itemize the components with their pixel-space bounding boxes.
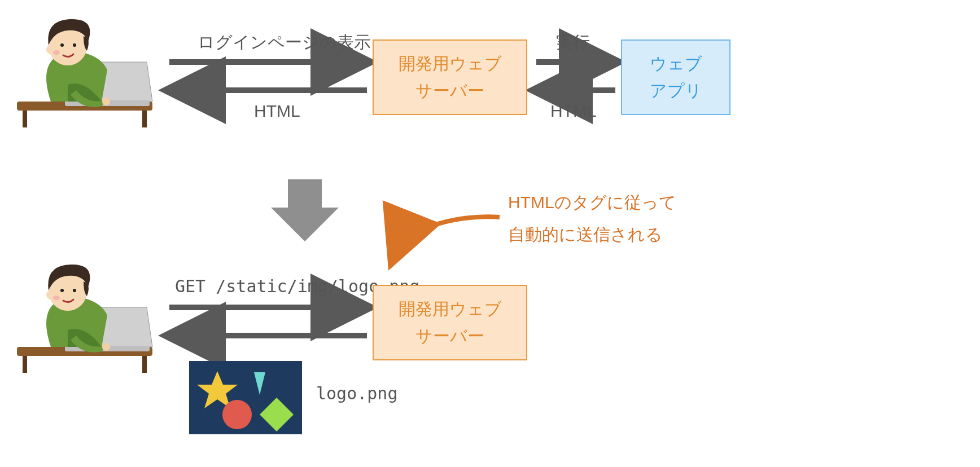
request-label: ログインページの表示	[198, 31, 371, 54]
svg-point-11	[49, 27, 87, 65]
dev-web-server-box: 開発用ウェブ サーバー	[373, 39, 527, 115]
svg-rect-7	[23, 111, 27, 127]
svg-rect-9	[65, 100, 150, 106]
dev-web-server-box-2: 開発用ウェブ サーバー	[373, 285, 527, 360]
svg-point-15	[53, 50, 60, 55]
svg-rect-18	[142, 356, 147, 373]
svg-point-25	[53, 296, 60, 300]
svg-rect-19	[65, 346, 150, 351]
note-line-2: 自動的に送信される	[508, 218, 676, 250]
file-label: logo.png	[316, 384, 398, 403]
svg-point-22	[46, 290, 55, 299]
response-label: HTML	[254, 102, 300, 121]
svg-point-23	[73, 289, 76, 292]
svg-point-12	[46, 45, 55, 54]
diagram-root: ログインページの表示 HTML 開発用ウェブ サーバー 実行 HTML ウェブ …	[0, 0, 980, 467]
note-text: HTMLのタグに従って 自動的に送信される	[508, 186, 676, 250]
web-app-box: ウェブ アプリ	[621, 39, 730, 115]
svg-point-21	[49, 272, 87, 311]
svg-rect-17	[23, 356, 27, 373]
svg-point-14	[60, 43, 64, 47]
user-icon	[17, 19, 152, 127]
svg-point-24	[60, 289, 64, 292]
svg-point-10	[102, 98, 110, 105]
logo-image-icon	[189, 361, 302, 434]
user-icon	[17, 265, 152, 373]
svg-rect-8	[142, 111, 147, 127]
svg-point-29	[222, 400, 252, 429]
exec-label: 実行	[556, 31, 590, 54]
note-line-1: HTMLのタグに従って	[508, 186, 676, 218]
svg-rect-16	[17, 347, 152, 356]
exec-response-label: HTML	[550, 102, 597, 121]
step-arrow-icon	[271, 179, 339, 241]
svg-point-13	[73, 43, 76, 47]
svg-rect-6	[17, 102, 152, 111]
svg-point-20	[102, 343, 110, 351]
